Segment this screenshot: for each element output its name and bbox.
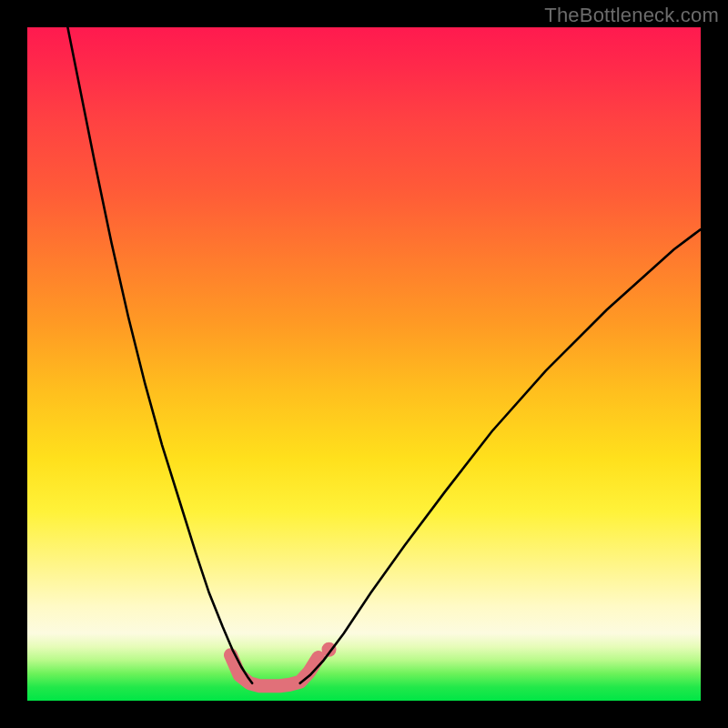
curve-left-branch bbox=[67, 27, 252, 683]
watermark-text: TheBottleneck.com bbox=[544, 4, 719, 27]
curve-right-branch bbox=[300, 229, 701, 683]
plot-area bbox=[27, 27, 701, 701]
chart-frame: TheBottleneck.com bbox=[0, 0, 728, 728]
chart-overlay bbox=[27, 27, 701, 701]
